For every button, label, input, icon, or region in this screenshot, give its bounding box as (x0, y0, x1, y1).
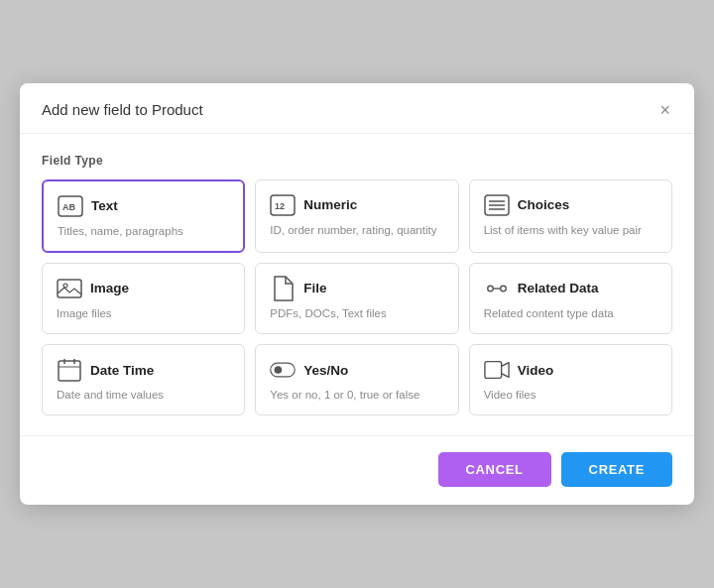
related-data-card-desc: Related content type data (484, 305, 657, 321)
card-header-choices: Choices (484, 194, 657, 216)
image-card-title: Image (90, 281, 129, 295)
modal-dialog: Add new field to Product × Field Type AB (20, 83, 694, 505)
file-card-title: File (303, 281, 326, 295)
video-card-title: Video (518, 363, 554, 378)
modal-title: Add new field to Product (42, 101, 203, 118)
card-header-related-data: Related Data (484, 278, 657, 299)
yes-no-card-title: Yes/No (303, 363, 348, 378)
svg-rect-15 (271, 363, 295, 377)
modal-overlay: Add new field to Product × Field Type AB (0, 0, 714, 588)
card-header-date-time: Date Time (57, 359, 230, 381)
text-icon: AB (58, 195, 83, 217)
text-card-title: Text (91, 198, 118, 213)
field-card-image[interactable]: Image Image files (42, 263, 245, 334)
svg-point-16 (275, 366, 283, 374)
yes-no-icon (270, 359, 296, 381)
numeric-card-desc: ID, order number, rating, quantity (270, 222, 443, 238)
svg-text:12: 12 (275, 201, 285, 211)
card-header-numeric: 12 Numeric (270, 194, 443, 216)
video-card-desc: Video files (484, 387, 657, 403)
file-card-desc: PDFs, DOCs, Text files (270, 305, 443, 321)
field-card-date-time[interactable]: Date Time Date and time values (42, 344, 245, 415)
image-card-desc: Image files (57, 305, 230, 321)
related-data-icon (484, 278, 510, 299)
svg-point-9 (63, 284, 67, 288)
create-button[interactable]: CREATE (561, 452, 672, 487)
yes-no-card-desc: Yes or no, 1 or 0, true or false (270, 387, 443, 403)
date-time-card-desc: Date and time values (57, 387, 230, 403)
field-card-yes-no[interactable]: Yes/No Yes or no, 1 or 0, true or false (255, 344, 458, 415)
close-button[interactable]: × (657, 101, 672, 119)
numeric-icon: 12 (270, 194, 296, 216)
field-card-video[interactable]: Video Video files (469, 344, 672, 415)
field-type-label: Field Type (42, 154, 672, 168)
numeric-card-title: Numeric (303, 197, 357, 212)
svg-rect-8 (58, 280, 81, 297)
related-data-card-title: Related Data (518, 281, 599, 295)
field-card-choices[interactable]: Choices List of items with key value pai… (469, 179, 672, 253)
modal-header: Add new field to Product × (20, 83, 694, 134)
field-type-grid: AB Text Titles, name, paragraphs 12 (42, 179, 672, 415)
svg-rect-17 (485, 362, 502, 379)
field-card-text[interactable]: AB Text Titles, name, paragraphs (42, 179, 245, 253)
cancel-button[interactable]: CANCEL (438, 452, 551, 487)
field-card-file[interactable]: File PDFs, DOCs, Text files (255, 263, 458, 334)
choices-card-title: Choices (518, 197, 570, 212)
date-time-icon (57, 359, 82, 381)
card-header-file: File (270, 278, 443, 299)
file-icon (270, 278, 296, 299)
date-time-card-title: Date Time (90, 363, 154, 378)
field-card-numeric[interactable]: 12 Numeric ID, order number, rating, qua… (255, 179, 458, 253)
card-header-text: AB Text (58, 195, 229, 217)
text-card-desc: Titles, name, paragraphs (58, 223, 229, 239)
card-header-video: Video (484, 359, 657, 381)
field-card-related-data[interactable]: Related Data Related content type data (469, 263, 672, 334)
video-icon (484, 359, 510, 381)
card-header-yes-no: Yes/No (270, 359, 443, 381)
modal-footer: CANCEL CREATE (20, 435, 694, 505)
image-icon (57, 278, 82, 299)
svg-text:AB: AB (62, 202, 75, 212)
choices-icon (484, 194, 510, 216)
modal-body: Field Type AB Text Titles, name, paragra… (20, 134, 694, 435)
choices-card-desc: List of items with key value pair (484, 222, 657, 238)
card-header-image: Image (57, 278, 230, 299)
svg-rect-11 (59, 361, 80, 381)
